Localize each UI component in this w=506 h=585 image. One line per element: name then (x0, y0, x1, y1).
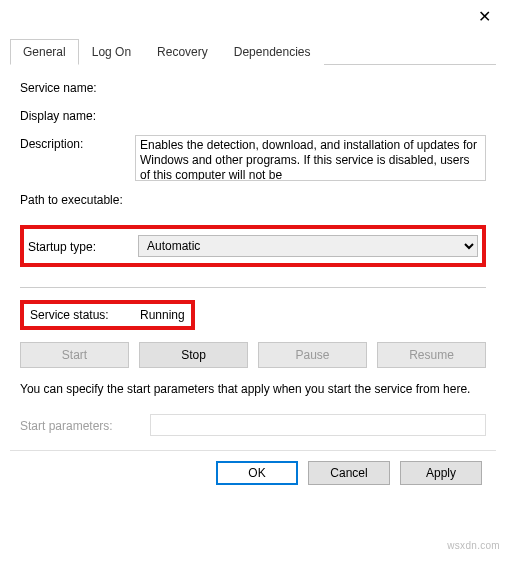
tab-recovery[interactable]: Recovery (144, 39, 221, 65)
resume-button[interactable]: Resume (377, 342, 486, 368)
tab-dependencies[interactable]: Dependencies (221, 39, 324, 65)
label-service-name: Service name: (20, 79, 135, 95)
label-path: Path to executable: (20, 193, 486, 207)
label-service-status: Service status: (30, 308, 140, 322)
service-control-buttons: Start Stop Pause Resume (20, 342, 486, 368)
close-icon[interactable]: ✕ (474, 7, 494, 26)
label-startup-type: Startup type: (28, 238, 138, 254)
properties-dialog: General Log On Recovery Dependencies Ser… (0, 38, 506, 503)
pause-button[interactable]: Pause (258, 342, 367, 368)
ok-button[interactable]: OK (216, 461, 298, 485)
label-start-parameters: Start parameters: (20, 417, 150, 433)
description-textbox[interactable]: Enables the detection, download, and ins… (135, 135, 486, 181)
divider (20, 287, 486, 288)
dialog-footer: OK Cancel Apply (10, 450, 496, 493)
watermark: wsxdn.com (447, 540, 500, 551)
titlebar: ✕ (0, 0, 506, 32)
tab-strip: General Log On Recovery Dependencies (10, 38, 496, 65)
label-display-name: Display name: (20, 107, 135, 123)
tab-logon[interactable]: Log On (79, 39, 144, 65)
label-description: Description: (20, 135, 135, 151)
cancel-button[interactable]: Cancel (308, 461, 390, 485)
stop-button[interactable]: Stop (139, 342, 248, 368)
start-button[interactable]: Start (20, 342, 129, 368)
value-service-status: Running (140, 308, 185, 322)
startup-type-select[interactable]: Automatic (138, 235, 478, 257)
highlight-startup-type: Startup type: Automatic (20, 225, 486, 267)
tab-general[interactable]: General (10, 39, 79, 65)
apply-button[interactable]: Apply (400, 461, 482, 485)
start-parameters-input[interactable] (150, 414, 486, 436)
tab-panel-general: Service name: Display name: Description:… (10, 65, 496, 444)
highlight-service-status: Service status: Running (20, 300, 195, 330)
hint-text: You can specify the start parameters tha… (20, 382, 486, 398)
